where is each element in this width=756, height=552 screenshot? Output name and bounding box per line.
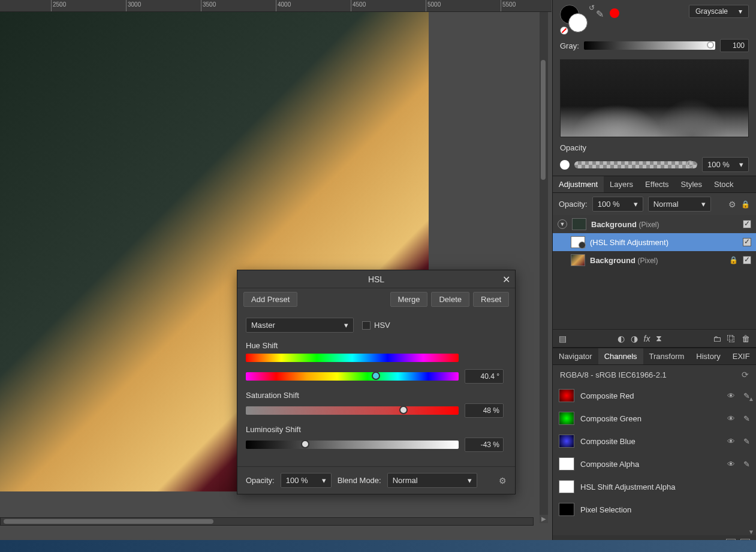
channel-row[interactable]: Composite Alpha👁✎: [553, 453, 756, 475]
edit-icon[interactable]: ✎: [743, 460, 750, 469]
luminosity-value-input[interactable]: -43 %: [465, 438, 504, 452]
scroll-down-icon[interactable]: ▼: [748, 529, 755, 535]
tab-layers[interactable]: Layers: [604, 176, 639, 192]
dialog-title: HSL: [368, 275, 384, 284]
color-swatches[interactable]: ↺: [560, 5, 590, 32]
channel-name: Composite Red: [580, 391, 721, 400]
tab-channels[interactable]: Channels: [598, 348, 643, 364]
hue-shift-slider[interactable]: [246, 372, 459, 381]
channel-row[interactable]: Composite Blue👁✎: [553, 430, 756, 453]
add-preset-button[interactable]: Add Preset: [243, 292, 297, 307]
layer-row[interactable]: ▼Background (Pixel): [553, 215, 756, 233]
visibility-icon[interactable]: 👁: [727, 437, 735, 446]
blend-mode-label: Blend Mode:: [338, 476, 381, 485]
opacity-label: Opacity: [560, 143, 586, 152]
merge-button[interactable]: Merge: [390, 292, 428, 307]
tab-exif[interactable]: EXIF: [727, 348, 756, 364]
visibility-icon[interactable]: 👁: [727, 414, 735, 423]
mask-icon[interactable]: ◐: [618, 334, 625, 343]
tab-transform[interactable]: Transform: [643, 348, 691, 364]
tab-adjustment[interactable]: Adjustment: [553, 176, 604, 192]
chevron-down-icon: ▾: [344, 321, 348, 330]
hue-value-input[interactable]: 40.4 °: [465, 369, 504, 384]
layer-blend-dropdown[interactable]: Normal▾: [648, 197, 711, 212]
tab-styles[interactable]: Styles: [675, 176, 708, 192]
saturation-value-input[interactable]: 48 %: [465, 403, 504, 418]
edit-icon[interactable]: ✎: [743, 414, 750, 423]
eyedropper-icon[interactable]: ✎: [596, 8, 604, 20]
layers-stack-icon[interactable]: ▤: [559, 334, 567, 343]
chevron-down-icon: ▾: [468, 476, 472, 485]
lock-icon[interactable]: 🔒: [741, 200, 750, 209]
scroll-right-arrow[interactable]: ▶: [540, 515, 548, 523]
hsv-checkbox-label[interactable]: HSV: [362, 321, 390, 330]
opacity-preview-dot: [560, 160, 570, 170]
hue-shift-label: Hue Shift: [246, 341, 507, 350]
refresh-icon[interactable]: ⟳: [742, 370, 749, 379]
saturation-slider[interactable]: [246, 406, 459, 415]
tab-history[interactable]: History: [690, 348, 726, 364]
hsv-checkbox[interactable]: [362, 321, 371, 330]
layer-thumbnail: [571, 254, 585, 266]
channel-row[interactable]: HSL Shift Adjustment Alpha: [553, 475, 756, 498]
hsl-blend-dropdown[interactable]: Normal▾: [387, 473, 477, 488]
chevron-down-icon: ▾: [634, 200, 638, 209]
delete-button[interactable]: Delete: [431, 292, 469, 307]
gray-value-input[interactable]: 100: [720, 39, 749, 52]
close-icon[interactable]: ✕: [502, 274, 510, 285]
opacity-slider[interactable]: [574, 161, 697, 168]
horizontal-scrollbar[interactable]: [0, 517, 534, 526]
color-preview-dot[interactable]: [610, 8, 619, 18]
duplicate-icon[interactable]: ⿻: [727, 334, 736, 343]
scroll-up-icon[interactable]: ▲: [748, 396, 755, 402]
visibility-icon[interactable]: 👁: [727, 460, 735, 469]
channel-thumbnail: [559, 412, 574, 425]
layer-opacity-label: Opacity:: [559, 200, 588, 209]
edit-icon[interactable]: ✎: [743, 437, 750, 446]
opacity-label: Opacity:: [246, 476, 275, 485]
hsl-dialog: HSL ✕ Add Preset Merge Delete Reset Mast…: [237, 270, 516, 494]
layer-opacity-dropdown[interactable]: 100 %▾: [592, 197, 643, 212]
crop-icon[interactable]: ⧗: [656, 333, 662, 343]
no-color-swatch[interactable]: [560, 26, 568, 35]
gear-icon[interactable]: ⚙: [728, 200, 736, 209]
folder-icon[interactable]: 🗀: [713, 334, 721, 343]
vertical-scrollbar[interactable]: [540, 12, 548, 521]
adjustment-icon[interactable]: ◑: [631, 334, 638, 343]
fx-icon[interactable]: fx: [644, 334, 650, 343]
gear-icon[interactable]: ⚙: [499, 476, 507, 485]
channel-thumbnail: [559, 480, 574, 493]
foreground-color-swatch[interactable]: [568, 13, 588, 32]
visibility-checkbox[interactable]: [743, 238, 751, 246]
gray-slider[interactable]: [584, 41, 715, 50]
tab-stock[interactable]: Stock: [708, 176, 740, 192]
visibility-checkbox[interactable]: [743, 256, 751, 264]
color-opacity-dropdown[interactable]: 100 %▾: [702, 157, 749, 172]
visibility-checkbox[interactable]: [743, 220, 751, 228]
dialog-titlebar[interactable]: HSL ✕: [237, 270, 515, 288]
lock-icon[interactable]: 🔒: [729, 256, 738, 264]
tab-effects[interactable]: Effects: [639, 176, 675, 192]
channel-row[interactable]: Composite Red👁✎: [553, 384, 756, 407]
layer-name: (HSL Shift Adjustment): [590, 238, 738, 247]
channel-dropdown[interactable]: Master▾: [246, 318, 354, 333]
collapse-icon[interactable]: ▼: [558, 219, 567, 229]
luminosity-slider[interactable]: [246, 441, 459, 449]
reset-button[interactable]: Reset: [473, 292, 509, 307]
layer-row[interactable]: (HSL Shift Adjustment): [553, 233, 756, 251]
luminosity-shift-label: Luminosity Shift: [246, 425, 507, 434]
channel-row[interactable]: Composite Green👁✎: [553, 407, 756, 430]
trash-icon[interactable]: 🗑: [742, 334, 750, 343]
channel-name: Pixel Selection: [580, 505, 750, 514]
ruler-tick: 5000: [426, 0, 441, 12]
panel-tabs-bottom: NavigatorChannelsTransformHistoryEXIF: [553, 348, 756, 365]
chevron-down-icon: ▾: [739, 7, 742, 16]
swap-colors-icon[interactable]: ↺: [589, 4, 595, 12]
color-mode-dropdown[interactable]: Grayscale▾: [689, 5, 749, 18]
channels-panel: RGBA/8 - sRGB IEC61966-2.1 ⟳ Composite R…: [553, 365, 756, 552]
layer-row[interactable]: Background (Pixel)🔒: [553, 251, 756, 269]
hsl-opacity-dropdown[interactable]: 100 %▾: [281, 473, 332, 488]
tab-navigator[interactable]: Navigator: [553, 348, 598, 364]
visibility-icon[interactable]: 👁: [727, 391, 735, 400]
channel-row[interactable]: Pixel Selection: [553, 498, 756, 521]
